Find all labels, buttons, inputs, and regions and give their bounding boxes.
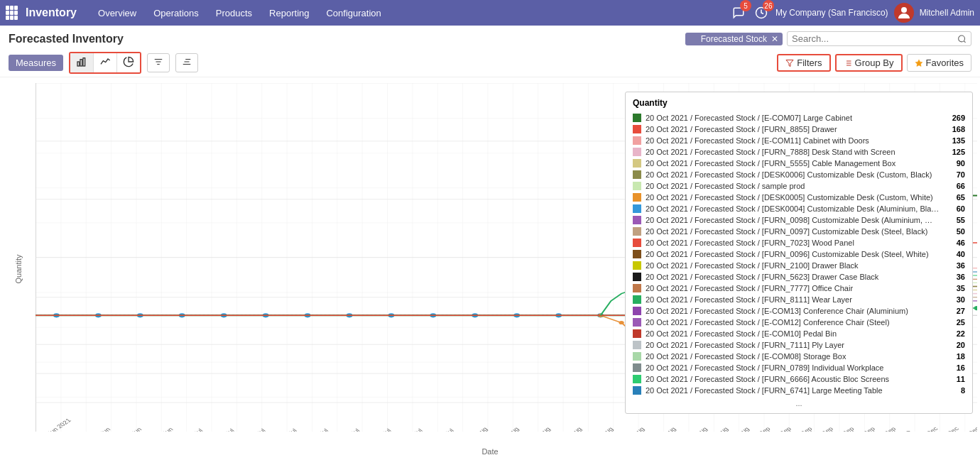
sort-asc-button[interactable] xyxy=(147,53,170,72)
legend-row: 20 Oct 2021 / Forecasted Stock / [E-COM1… xyxy=(633,135,965,146)
nav-operations[interactable]: Operations xyxy=(146,5,206,21)
sort-asc-icon xyxy=(153,57,163,67)
legend-row: 20 Oct 2021 / Forecasted Stock / [FURN_2… xyxy=(633,260,965,271)
legend-item-label: 20 Oct 2021 / Forecasted Stock / [E-COM1… xyxy=(646,136,940,145)
messages-badge: 5 xyxy=(740,0,751,11)
page-title: Forecasted Inventory xyxy=(9,33,124,45)
sort-desc-icon xyxy=(182,57,192,67)
legend-row: 20 Oct 2021 / Forecasted Stock / [E-COM1… xyxy=(633,328,965,339)
x-axis-label: Date xyxy=(481,447,498,456)
legend-row: 20 Oct 2021 / Forecasted Stock / [DESK00… xyxy=(633,169,965,180)
messages-button[interactable]: 5 xyxy=(730,4,747,21)
search-input[interactable] xyxy=(792,33,957,44)
legend-item-value: 11 xyxy=(944,375,965,383)
updates-button[interactable]: 26 xyxy=(753,4,770,21)
legend-item-label: 20 Oct 2021 / Forecasted Stock / [E-COM0… xyxy=(646,352,940,361)
legend-item-label: 20 Oct 2021 / Forecasted Stock / [E-COM1… xyxy=(646,307,940,315)
chart-container: Quantity Date 300 250 200 150 100 50 0 -… xyxy=(0,77,980,460)
legend-item-label: 20 Oct 2021 / Forecasted Stock / [FURN_5… xyxy=(646,273,940,281)
legend-item-label: 20 Oct 2021 / Forecasted Stock / [FURN_5… xyxy=(646,159,940,168)
groupby-label: Group By xyxy=(855,58,894,68)
legend-row: 20 Oct 2021 / Forecasted Stock / [DESK00… xyxy=(633,203,965,214)
line-chart-icon xyxy=(99,56,111,67)
legend-item-value: 168 xyxy=(944,125,965,133)
legend-item-label: 20 Oct 2021 / Forecasted Stock / [FURN_7… xyxy=(646,341,940,349)
legend-color-swatch xyxy=(633,204,641,213)
legend-row: 20 Oct 2021 / Forecasted Stock / [FURN_0… xyxy=(633,248,965,260)
sort-desc-button[interactable] xyxy=(175,53,198,72)
legend-color-swatch xyxy=(633,182,641,190)
legend-item-value: 18 xyxy=(944,352,965,361)
legend-item-label: 20 Oct 2021 / Forecasted Stock / [E-COM1… xyxy=(646,329,940,338)
legend-item-value: 70 xyxy=(944,170,965,179)
svg-rect-2 xyxy=(77,62,80,66)
legend-row: 20 Oct 2021 / Forecasted Stock / [E-COM0… xyxy=(633,351,965,362)
measures-button[interactable]: Measures xyxy=(9,55,63,71)
legend-item-label: 20 Oct 2021 / Forecasted Stock / [FURN_7… xyxy=(646,284,940,292)
legend-row: 20 Oct 2021 / Forecasted Stock / [FURN_0… xyxy=(633,362,965,373)
filters-button[interactable]: Filters xyxy=(777,54,830,72)
app-grid-icon[interactable] xyxy=(6,6,20,20)
legend-item-label: 20 Oct 2021 / Forecasted Stock / [FURN_0… xyxy=(646,250,940,258)
legend-color-swatch xyxy=(633,375,641,383)
toolbar-right: Filters Group By Favorites xyxy=(777,54,971,72)
legend-item-label: 20 Oct 2021 / Forecasted Stock / [FURN_0… xyxy=(646,227,940,236)
legend-color-swatch xyxy=(633,329,641,338)
legend-row: 20 Oct 2021 / Forecasted Stock / [FURN_7… xyxy=(633,237,965,248)
line-chart-button[interactable] xyxy=(94,53,117,72)
nav-products[interactable]: Products xyxy=(209,5,259,21)
pie-chart-button[interactable] xyxy=(117,53,140,72)
chart-type-group xyxy=(69,52,141,74)
legend-item-label: 20 Oct 2021 / Forecasted Stock / [FURN_8… xyxy=(646,125,940,133)
legend-color-swatch xyxy=(633,352,641,361)
legend-item-label: 20 Oct 2021 / Forecasted Stock / [FURN_6… xyxy=(646,375,940,383)
legend-color-swatch xyxy=(633,170,641,179)
svg-marker-5 xyxy=(786,60,793,66)
top-navigation: Inventory Overview Operations Products R… xyxy=(0,0,980,26)
legend-title: Quantity xyxy=(633,98,965,108)
legend-row: 20 Oct 2021 / Forecasted Stock / [FURN_7… xyxy=(633,283,965,294)
company-name: My Company (San Francisco) xyxy=(775,8,888,18)
app-name[interactable]: Inventory xyxy=(26,6,77,19)
legend-color-swatch xyxy=(633,136,641,145)
legend-item-label: 20 Oct 2021 / Forecasted Stock / [FURN_7… xyxy=(646,239,940,247)
groupby-button[interactable]: Group By xyxy=(835,54,903,72)
svg-rect-4 xyxy=(83,58,85,66)
legend-row: 20 Oct 2021 / Forecasted Stock / [FURN_7… xyxy=(633,146,965,158)
star-icon xyxy=(915,59,923,67)
legend-item-value: 35 xyxy=(944,284,965,292)
legend-more: ... xyxy=(633,396,965,407)
favorites-label: Favorites xyxy=(926,58,964,68)
favorites-button[interactable]: Favorites xyxy=(907,54,971,72)
legend-item-label: 20 Oct 2021 / Forecasted Stock / [E-COM0… xyxy=(646,114,940,122)
legend-item-value: 60 xyxy=(944,204,965,213)
legend-color-swatch xyxy=(633,250,641,258)
legend-row: 20 Oct 2021 / Forecasted Stock / [FURN_6… xyxy=(633,373,965,385)
legend-color-swatch xyxy=(633,239,641,247)
nav-overview[interactable]: Overview xyxy=(91,5,143,21)
pie-chart-icon xyxy=(123,56,134,67)
legend-item-label: 20 Oct 2021 / Forecasted Stock / [FURN_0… xyxy=(646,363,940,372)
legend-row: 20 Oct 2021 / Forecasted Stock / [E-COM1… xyxy=(633,317,965,328)
legend-color-swatch xyxy=(633,261,641,270)
filter-tag-forecasted-stock[interactable]: Forecasted Stock ✕ xyxy=(685,33,783,45)
search-input-wrap xyxy=(787,31,971,46)
legend-item-value: 16 xyxy=(944,363,965,372)
legend-color-swatch xyxy=(633,114,641,122)
legend-item-value: 55 xyxy=(944,216,965,224)
filter-tag-remove[interactable]: ✕ xyxy=(771,34,778,44)
user-avatar[interactable] xyxy=(894,3,914,23)
nav-reporting[interactable]: Reporting xyxy=(262,5,316,21)
bar-chart-button[interactable] xyxy=(70,53,94,72)
legend-item-value: 27 xyxy=(944,307,965,315)
legend-item-label: 20 Oct 2021 / Forecasted Stock / [FURN_2… xyxy=(646,261,940,270)
legend-item-value: 66 xyxy=(944,182,965,190)
filters-label: Filters xyxy=(797,58,822,68)
svg-point-1 xyxy=(958,35,964,42)
legend-item-label: 20 Oct 2021 / Forecasted Stock / [FURN_8… xyxy=(646,295,940,304)
filter-tag-label: Forecasted Stock xyxy=(701,34,767,44)
legend-color-swatch xyxy=(633,341,641,349)
nav-configuration[interactable]: Configuration xyxy=(319,5,388,21)
legend-color-swatch xyxy=(633,148,641,156)
legend-color-swatch xyxy=(633,193,641,202)
